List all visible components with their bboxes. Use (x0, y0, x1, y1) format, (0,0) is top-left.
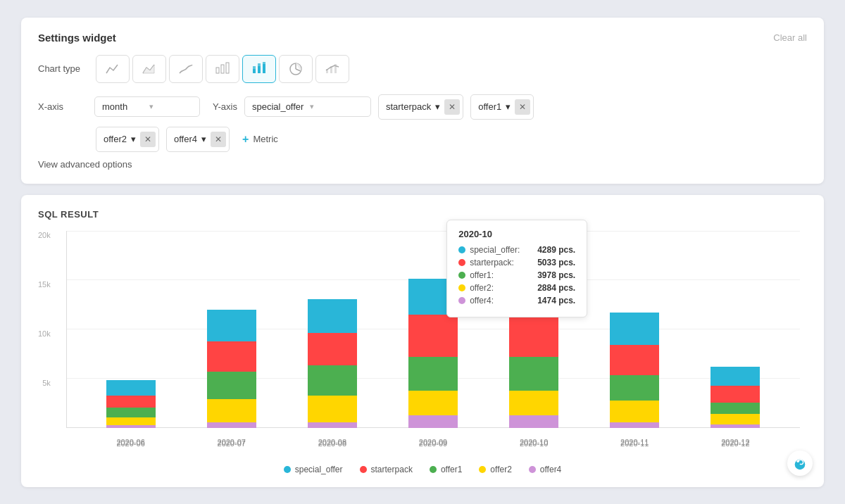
x-axis-chevron-icon: ▾ (149, 102, 192, 111)
legend-dot-offer2 (479, 466, 486, 473)
bar-segment-offer2 (711, 414, 760, 424)
y-axis-chevron-icon: ▾ (310, 102, 363, 111)
bar-segment-offer2 (308, 396, 357, 422)
chart-type-area[interactable] (132, 55, 166, 83)
legend-dot-offer1 (430, 466, 437, 473)
bar-segment-offer2 (408, 391, 458, 415)
tooltip-val-offer4: 1474 pcs. (537, 296, 575, 305)
chart-type-bar[interactable] (206, 55, 239, 83)
add-metric-button[interactable]: + Metric (237, 129, 284, 150)
bars-container: 2020-062020-072020-082020-092020-102020-… (66, 231, 800, 428)
datadeck-logo (787, 451, 813, 476)
svg-rect-5 (253, 66, 256, 69)
tooltip-dot-starterpack (458, 259, 465, 266)
x-label-2020-12: 2020-12 (685, 438, 786, 446)
bar-segment-offer4 (308, 422, 357, 427)
tooltip-val-special: 4289 pcs. (537, 245, 575, 255)
tooltip-left-offer1: offer1: (458, 270, 494, 280)
bar-segment-offer1 (610, 375, 659, 401)
tooltip-row-offer1: offer1: 3978 pcs. (458, 270, 575, 280)
y-axis-label: Y-axis (213, 101, 237, 112)
bar-segment-offer2 (106, 417, 156, 425)
y-label-20k: 20k (38, 231, 51, 239)
bar-segment-offer1 (711, 403, 760, 415)
legend-dot-offer4 (529, 466, 536, 473)
x-label-2020-09: 2020-09 (382, 438, 483, 446)
tooltip-dot-offer2 (458, 284, 465, 291)
x-axis-labels: 2020-062020-072020-082020-092020-102020-… (66, 428, 800, 456)
tooltip-key-offer1: offer1: (470, 270, 494, 280)
metric-tag-offer2-remove[interactable]: ✕ (140, 132, 156, 147)
chart-type-stacked[interactable] (242, 55, 276, 83)
tooltip-row-offer2: offer2: 2884 pcs. (458, 283, 575, 293)
tooltip-dot-offer4 (458, 297, 465, 304)
bar-segment-offer1 (308, 365, 357, 396)
bar-segment-special_offer (106, 380, 156, 396)
tooltip-dot-special (458, 246, 465, 253)
svg-rect-7 (258, 63, 261, 66)
y-axis-labels: 20k 15k 10k 5k (38, 231, 55, 428)
x-axis-label: X-axis (38, 101, 87, 112)
svg-point-16 (795, 459, 806, 470)
y-label-15k: 15k (38, 280, 51, 289)
metric-tag-offer1-chevron: ▾ (506, 101, 511, 112)
bar-segment-starterpack (408, 315, 458, 357)
legend-dot-special (284, 466, 291, 473)
tooltip-left-offer4: offer4: (458, 296, 494, 305)
legend-item-offer1: offer1 (430, 465, 462, 474)
clear-all-button[interactable]: Clear all (773, 32, 807, 43)
svg-rect-6 (258, 66, 261, 73)
tooltip-val-offer2: 2884 pcs. (537, 283, 575, 293)
metric-tag-offer2-label: offer2 (104, 134, 127, 144)
legend-label-offer4: offer4 (540, 465, 561, 474)
sql-result-title: SQL RESULT (38, 209, 807, 220)
legend-item-offer4: offer4 (529, 465, 561, 474)
bar-segment-starterpack (308, 333, 357, 365)
bar-group-2020-11: 2020-11 (610, 313, 659, 427)
bar-segment-offer2 (207, 399, 256, 423)
metric-tag-offer2: offer2 ▾ ✕ (96, 127, 159, 152)
bar-segment-offer2 (610, 401, 659, 422)
svg-rect-3 (226, 63, 229, 73)
metric-tag-starterpack-remove[interactable]: ✕ (444, 99, 460, 115)
y-axis-select[interactable]: special_offer ▾ (244, 96, 371, 117)
widget-title: Settings widget (38, 32, 116, 44)
legend-item-special: special_offer (284, 465, 343, 474)
bar-segment-special_offer (610, 313, 659, 345)
tooltip-key-starterpack: starterpack: (470, 258, 514, 267)
chart-type-smooth[interactable] (169, 55, 203, 83)
chart-type-combo[interactable] (315, 55, 349, 83)
bar-group-2020-06: 2020-06 (106, 380, 156, 427)
widget-header: Settings widget Clear all (38, 32, 807, 44)
bar-segment-starterpack (711, 386, 760, 403)
legend-item-offer2: offer2 (479, 465, 511, 474)
add-metric-plus-icon: + (242, 133, 249, 146)
bar-segment-starterpack (610, 345, 659, 375)
legend-label-offer1: offer1 (441, 465, 462, 474)
metric-tag-offer4: offer4 ▾ ✕ (166, 127, 230, 152)
x-axis-select[interactable]: month ▾ (94, 96, 200, 117)
axis-row: X-axis month ▾ Y-axis special_offer ▾ st… (38, 94, 807, 120)
bar-group-2020-12: 2020-12 (711, 367, 760, 427)
legend-dot-starterpack (360, 466, 367, 473)
chart-type-pie[interactable] (279, 55, 313, 83)
legend-item-starterpack: starterpack (360, 465, 413, 474)
settings-widget: Settings widget Clear all Chart type (21, 18, 824, 184)
bar-segment-offer1 (207, 372, 256, 398)
svg-rect-2 (221, 65, 224, 73)
bar-segment-offer4 (207, 422, 256, 427)
y-label-10k: 10k (38, 329, 51, 338)
tooltip-key-offer2: offer2: (470, 283, 494, 293)
svg-rect-4 (253, 69, 256, 73)
metric-tag-offer1: offer1 ▾ ✕ (470, 94, 534, 120)
view-advanced-link[interactable]: View advanced options (38, 159, 807, 170)
metric-tag-offer1-remove[interactable]: ✕ (515, 99, 530, 115)
bar-segment-offer4 (509, 415, 558, 428)
chart-type-line[interactable] (96, 55, 130, 83)
main-container: Settings widget Clear all Chart type (21, 18, 824, 487)
bar-segment-special_offer (308, 299, 357, 333)
bar-segment-starterpack (106, 396, 156, 408)
svg-point-17 (796, 460, 799, 462)
metric-tag-offer4-remove[interactable]: ✕ (211, 132, 226, 147)
bar-segment-starterpack (509, 315, 558, 357)
